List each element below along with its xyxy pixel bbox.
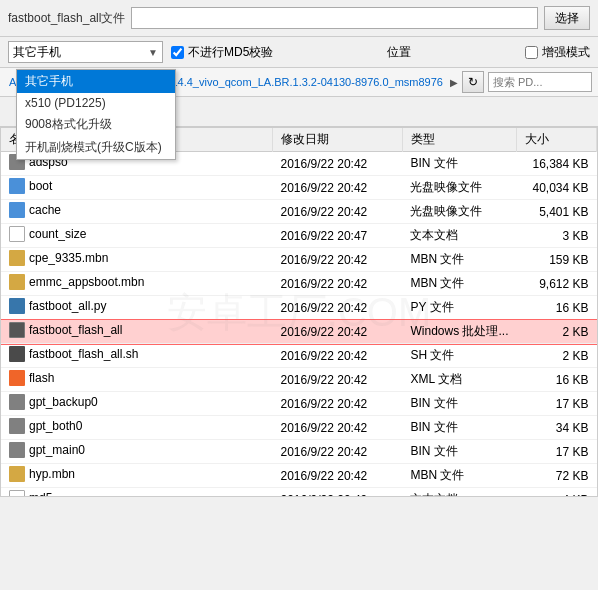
file-name-cell: cpe_9335.mbn [1,248,272,272]
file-type-icon [9,466,25,482]
table-row[interactable]: fastboot_all.py2016/9/22 20:42PY 文件16 KB [1,296,597,320]
select-button[interactable]: 选择 [544,6,590,30]
file-size-cell: 3 KB [517,224,597,248]
file-name: gpt_main0 [29,443,85,457]
main-content: 安卓工厂.COM 名称 修改日期 类型 大小 adspso2016/9/22 2… [0,127,598,497]
file-name: count_size [29,227,86,241]
file-type-icon [9,346,25,362]
file-date-cell: 2016/9/22 20:42 [272,320,402,344]
file-type-cell: BIN 文件 [402,440,516,464]
file-size-cell: 9,612 KB [517,272,597,296]
dropdown-value: 其它手机 [13,44,61,61]
file-date-cell: 2016/9/22 20:42 [272,152,402,176]
file-name-cell: fastboot_flash_all.sh [1,344,272,368]
file-date-cell: 2016/9/22 20:42 [272,248,402,272]
file-date-cell: 2016/9/22 20:42 [272,368,402,392]
table-row[interactable]: boot2016/9/22 20:42光盘映像文件40,034 KB [1,176,597,200]
file-type-icon [9,298,25,314]
file-name: emmc_appsboot.mbn [29,275,144,289]
file-date-cell: 2016/9/22 20:42 [272,416,402,440]
file-size-cell: 4 KB [517,488,597,498]
file-date-cell: 2016/9/22 20:42 [272,344,402,368]
table-row[interactable]: fastboot_flash_all2016/9/22 20:42Windows… [1,320,597,344]
table-row[interactable]: md52016/9/22 20:49文本文档4 KB [1,488,597,498]
location-label: 位置 [281,44,517,61]
dropdown-menu: 其它手机 x510 (PD1225) 9008格式化升级 开机副烧模式(升级C版… [16,69,176,160]
table-row[interactable]: flash2016/9/22 20:42XML 文档16 KB [1,368,597,392]
file-date-cell: 2016/9/22 20:42 [272,440,402,464]
file-size-cell: 159 KB [517,248,597,272]
table-row[interactable]: hyp.mbn2016/9/22 20:42MBN 文件72 KB [1,464,597,488]
file-name-cell: boot [1,176,272,200]
file-type-icon [9,250,25,266]
second-bar: 其它手机 ▼ 其它手机 x510 (PD1225) 9008格式化升级 开机副烧… [0,37,598,68]
device-dropdown[interactable]: 其它手机 ▼ [8,41,163,63]
file-size-cell: 16 KB [517,296,597,320]
dropdown-item-sideload[interactable]: 开机副烧模式(升级C版本) [17,136,175,159]
refresh-button[interactable]: ↻ [462,71,484,93]
file-date-cell: 2016/9/22 20:42 [272,296,402,320]
file-name: gpt_both0 [29,419,82,433]
file-type-cell: PY 文件 [402,296,516,320]
file-name-cell: emmc_appsboot.mbn [1,272,272,296]
md5-checkbox[interactable] [171,46,184,59]
file-size-cell: 5,401 KB [517,200,597,224]
file-name-cell: hyp.mbn [1,464,272,488]
device-dropdown-wrapper: 其它手机 ▼ 其它手机 x510 (PD1225) 9008格式化升级 开机副烧… [8,41,163,63]
file-size-cell: 17 KB [517,392,597,416]
md5-label: 不进行MD5校验 [188,44,273,61]
file-table: 名称 修改日期 类型 大小 adspso2016/9/22 20:42BIN 文… [1,128,597,497]
file-name: boot [29,179,52,193]
file-type-cell: BIN 文件 [402,416,516,440]
enhanced-checkbox-group: 增强模式 [525,44,590,61]
md5-checkbox-group: 不进行MD5校验 [171,44,273,61]
file-type-cell: 光盘映像文件 [402,200,516,224]
table-row[interactable]: gpt_main02016/9/22 20:42BIN 文件17 KB [1,440,597,464]
file-type-icon [9,202,25,218]
file-name: gpt_backup0 [29,395,98,409]
file-name: cache [29,203,61,217]
fastboot-label: fastboot_flash_all文件 [8,10,125,27]
file-name: fastboot_flash_all.sh [29,347,138,361]
table-row[interactable]: cache2016/9/22 20:42光盘映像文件5,401 KB [1,200,597,224]
col-size[interactable]: 大小 [517,128,597,152]
file-date-cell: 2016/9/22 20:49 [272,488,402,498]
file-type-icon [9,370,25,386]
table-row[interactable]: count_size2016/9/22 20:47文本文档3 KB [1,224,597,248]
dropdown-item-other[interactable]: 其它手机 [17,70,175,93]
file-name: fastboot_flash_all [29,323,122,337]
fastboot-input[interactable] [131,7,538,29]
table-row[interactable]: fastboot_flash_all.sh2016/9/22 20:42SH 文… [1,344,597,368]
table-row[interactable]: gpt_backup02016/9/22 20:42BIN 文件17 KB [1,392,597,416]
file-type-icon [9,178,25,194]
table-row[interactable]: cpe_9335.mbn2016/9/22 20:42MBN 文件159 KB [1,248,597,272]
file-name-cell: gpt_both0 [1,416,272,440]
file-name-cell: fastboot_flash_all [1,320,272,344]
file-name-cell: count_size [1,224,272,248]
top-bar: fastboot_flash_all文件 选择 [0,0,598,37]
file-date-cell: 2016/9/22 20:42 [272,464,402,488]
col-date[interactable]: 修改日期 [272,128,402,152]
table-row[interactable]: emmc_appsboot.mbn2016/9/22 20:42MBN 文件9,… [1,272,597,296]
file-type-cell: 文本文档 [402,224,516,248]
col-type[interactable]: 类型 [402,128,516,152]
file-type-icon [9,322,25,338]
table-row[interactable]: gpt_both02016/9/22 20:42BIN 文件34 KB [1,416,597,440]
file-type-cell: BIN 文件 [402,152,516,176]
file-size-cell: 2 KB [517,320,597,344]
file-name-cell: gpt_main0 [1,440,272,464]
search-input[interactable] [488,72,592,92]
dropdown-item-9008[interactable]: 9008格式化升级 [17,113,175,136]
file-name-cell: gpt_backup0 [1,392,272,416]
file-date-cell: 2016/9/22 20:42 [272,272,402,296]
file-date-cell: 2016/9/22 20:42 [272,200,402,224]
file-size-cell: 17 KB [517,440,597,464]
file-name: hyp.mbn [29,467,75,481]
file-name-cell: md5 [1,488,272,498]
file-name-cell: flash [1,368,272,392]
file-container[interactable]: 名称 修改日期 类型 大小 adspso2016/9/22 20:42BIN 文… [0,127,598,497]
file-size-cell: 72 KB [517,464,597,488]
file-name: cpe_9335.mbn [29,251,108,265]
dropdown-item-x510[interactable]: x510 (PD1225) [17,93,175,113]
enhanced-checkbox[interactable] [525,46,538,59]
